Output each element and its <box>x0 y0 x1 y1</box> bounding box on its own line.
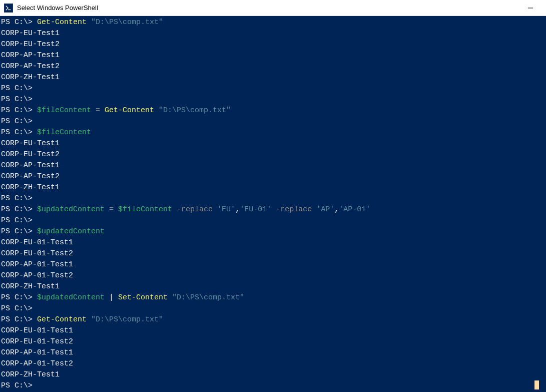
terminal-segment: CORP-AP-01-Test1 <box>1 348 73 357</box>
terminal-segment: PS C:\> <box>1 84 33 93</box>
terminal-line: PS C:\> $fileContent = Get-Content "D:\P… <box>1 105 546 116</box>
terminal-segment: "D:\PS\comp.txt" <box>159 106 231 115</box>
window-title-bar[interactable]: Select Windows PowerShell <box>0 0 546 16</box>
terminal-line: CORP-AP-01-Test1 <box>1 259 546 270</box>
terminal-line: PS C:\> $fileContent <box>1 127 546 138</box>
terminal-segment: PS C:\> <box>1 227 37 236</box>
terminal-segment: PS C:\> <box>1 315 37 324</box>
terminal-segment: Get-Content <box>37 18 91 27</box>
terminal-segment: "D:\PS\comp.txt" <box>91 315 163 324</box>
terminal-line: PS C:\> <box>1 215 546 226</box>
terminal-line: CORP-EU-01-Test2 <box>1 248 546 259</box>
terminal-line: PS C:\> $updatedContent <box>1 226 546 237</box>
terminal-segment: CORP-AP-01-Test1 <box>1 260 73 269</box>
terminal-segment: PS C:\> <box>1 205 37 214</box>
terminal-segment: -replace <box>177 205 217 214</box>
terminal-segment: CORP-ZH-Test1 <box>1 370 60 379</box>
terminal-line: PS C:\> <box>1 94 546 105</box>
terminal-line: CORP-AP-01-Test1 <box>1 347 546 358</box>
terminal-segment: CORP-EU-01-Test1 <box>1 326 73 335</box>
terminal-segment: CORP-EU-01-Test1 <box>1 238 73 247</box>
terminal-segment: $updatedContent <box>37 293 109 302</box>
terminal-line: CORP-ZH-Test1 <box>1 182 546 193</box>
terminal-line: PS C:\> Get-Content "D:\PS\comp.txt" <box>1 17 546 28</box>
terminal-segment: PS C:\> <box>1 106 37 115</box>
minimize-icon <box>528 6 533 11</box>
terminal-segment: CORP-AP-Test1 <box>1 161 60 170</box>
terminal-line: PS C:\> <box>1 116 546 127</box>
terminal-segment: CORP-EU-Test1 <box>1 139 60 148</box>
window-controls <box>519 0 542 16</box>
terminal-line: CORP-EU-Test1 <box>1 28 546 39</box>
terminal-segment: PS C:\> <box>1 18 37 27</box>
terminal-line: CORP-AP-Test2 <box>1 61 546 72</box>
terminal-line: PS C:\> <box>1 83 546 94</box>
terminal-segment: "D:\PS\comp.txt" <box>91 18 163 27</box>
terminal-segment: $updatedContent <box>37 227 105 236</box>
terminal-segment: CORP-EU-Test2 <box>1 40 60 49</box>
terminal-line: CORP-EU-Test2 <box>1 149 546 160</box>
terminal-segment: PS C:\> <box>1 293 37 302</box>
terminal-segment: | <box>109 293 118 302</box>
terminal-segment: = <box>96 106 105 115</box>
terminal-line: CORP-ZH-Test1 <box>1 281 546 292</box>
terminal-line: CORP-AP-01-Test2 <box>1 358 546 369</box>
terminal-line: PS C:\> $updatedContent = $fileContent -… <box>1 204 546 215</box>
terminal-segment: -replace <box>276 205 316 214</box>
terminal-segment: CORP-EU-Test2 <box>1 150 60 159</box>
terminal-segment: $fileContent <box>37 128 91 137</box>
terminal-segment: 'EU-01' <box>240 205 276 214</box>
minimize-button[interactable] <box>519 0 542 16</box>
terminal-segment: CORP-ZH-Test1 <box>1 183 60 192</box>
terminal-segment: CORP-AP-Test1 <box>1 51 60 60</box>
terminal-line: PS C:\> Get-Content "D:\PS\comp.txt" <box>1 314 546 325</box>
terminal-line: CORP-AP-Test1 <box>1 50 546 61</box>
terminal-line: PS C:\> $updatedContent | Set-Content "D… <box>1 292 546 303</box>
terminal-segment: $fileContent <box>37 106 96 115</box>
terminal-segment: CORP-AP-Test2 <box>1 62 60 71</box>
terminal-line: PS C:\> <box>1 193 546 204</box>
terminal-line: PS C:\> <box>1 380 546 391</box>
terminal-segment: PS C:\> <box>1 95 33 104</box>
terminal-line: CORP-EU-Test2 <box>1 39 546 50</box>
terminal-area[interactable]: PS C:\> Get-Content "D:\PS\comp.txt"CORP… <box>0 16 546 392</box>
terminal-line: CORP-EU-01-Test1 <box>1 237 546 248</box>
terminal-segment: , <box>334 205 339 214</box>
terminal-segment: PS C:\> <box>1 194 33 203</box>
terminal-segment: CORP-ZH-Test1 <box>1 282 60 291</box>
terminal-line: CORP-AP-01-Test2 <box>1 270 546 281</box>
terminal-segment: Get-Content <box>105 106 159 115</box>
terminal-line: CORP-EU-Test1 <box>1 138 546 149</box>
terminal-segment: PS C:\> <box>1 117 33 126</box>
terminal-segment: "D:\PS\comp.txt" <box>172 293 244 302</box>
terminal-segment: CORP-ZH-Test1 <box>1 73 60 82</box>
terminal-segment: Get-Content <box>37 315 91 324</box>
terminal-segment: CORP-EU-01-Test2 <box>1 249 73 258</box>
terminal-line: CORP-ZH-Test1 <box>1 72 546 83</box>
terminal-segment: CORP-AP-01-Test2 <box>1 271 73 280</box>
terminal-segment: CORP-EU-01-Test2 <box>1 337 73 346</box>
terminal-line: CORP-AP-Test2 <box>1 171 546 182</box>
terminal-segment: CORP-EU-Test1 <box>1 29 60 38</box>
terminal-segment: , <box>235 205 240 214</box>
terminal-line: CORP-EU-01-Test2 <box>1 336 546 347</box>
terminal-segment: PS C:\> <box>1 128 37 137</box>
terminal-segment: PS C:\> <box>1 381 33 390</box>
terminal-segment: $updatedContent <box>37 205 109 214</box>
terminal-line: CORP-AP-Test1 <box>1 160 546 171</box>
terminal-segment: 'EU' <box>217 205 235 214</box>
terminal-segment: PS C:\> <box>1 304 33 313</box>
terminal-segment: 'AP' <box>316 205 334 214</box>
terminal-segment: $fileContent <box>118 205 177 214</box>
terminal-segment: CORP-AP-Test2 <box>1 172 60 181</box>
terminal-segment: CORP-AP-01-Test2 <box>1 359 73 368</box>
terminal-line: CORP-EU-01-Test1 <box>1 325 546 336</box>
terminal-line: CORP-ZH-Test1 <box>1 369 546 380</box>
terminal-segment: Set-Content <box>118 293 172 302</box>
terminal-segment: 'AP-01' <box>339 205 370 214</box>
terminal-cursor <box>533 380 539 391</box>
powershell-icon <box>4 4 13 13</box>
terminal-line: PS C:\> <box>1 303 546 314</box>
terminal-segment: = <box>109 205 118 214</box>
terminal-segment: PS C:\> <box>1 216 33 225</box>
